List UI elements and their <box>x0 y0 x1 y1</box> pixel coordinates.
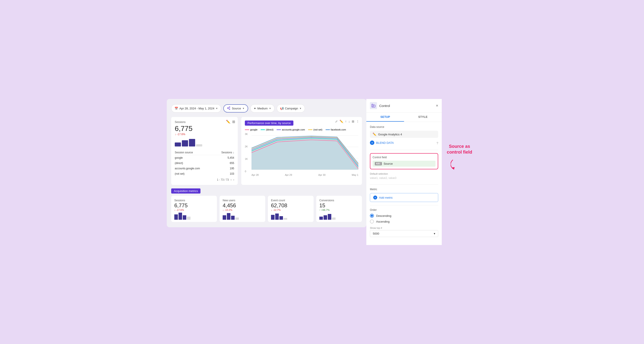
legend-label-notset: (not set) <box>313 128 322 131</box>
source-cell: (not set) <box>175 171 214 176</box>
source-filter[interactable]: Source ▼ <box>223 104 248 113</box>
tab-setup[interactable]: SETUP <box>366 113 404 122</box>
svg-rect-14 <box>372 104 373 107</box>
panel-body: Data source ✏️ Google Analytics 4 + BLEN… <box>366 122 442 241</box>
data-source-name: Google Analytics 4 <box>378 133 402 136</box>
panel-icon <box>370 102 377 109</box>
annotation-block: Source ascontrol field <box>442 99 477 171</box>
acq-conversions-value: 15 <box>319 202 359 209</box>
blend-row[interactable]: + BLEND DATA <box>370 140 394 146</box>
table-row: google 5,454 <box>175 155 234 161</box>
medium-caret: ▼ <box>269 107 271 110</box>
perf-edit-icon[interactable]: ✏️ <box>340 120 343 123</box>
mini-bar-1 <box>175 143 181 146</box>
campaign-caret: ▼ <box>300 107 302 110</box>
svg-marker-16 <box>452 167 454 170</box>
medium-filter-label: Medium <box>258 107 268 110</box>
blend-label: BLEND DATA <box>376 141 394 145</box>
more-icon[interactable]: ⋮ <box>356 120 359 123</box>
value-cell: 655 <box>214 160 234 166</box>
close-icon[interactable]: × <box>436 103 438 108</box>
legend-label-google: google <box>250 128 258 131</box>
add-metric-plus-icon: + <box>373 196 377 200</box>
value-cell: 103 <box>214 171 234 176</box>
calendar-icon: 📅 <box>174 107 178 110</box>
annotation-arrow-svg <box>450 158 468 171</box>
default-selection-label: Default selection <box>370 172 438 175</box>
sort-asc-icon[interactable]: ↑ <box>345 120 346 123</box>
table-row: accounts.google.com 195 <box>175 166 234 171</box>
svg-marker-13 <box>252 136 358 170</box>
prev-arrow[interactable]: ‹ <box>231 178 232 181</box>
add-metric-button[interactable]: + Add metric <box>370 193 438 202</box>
data-source-section-label: Data source <box>370 125 438 129</box>
sort-desc-icon[interactable]: ↓ <box>348 120 350 123</box>
campaign-filter[interactable]: 📢 Campaign ▼ <box>277 104 305 113</box>
divider-3 <box>370 205 438 205</box>
date-filter[interactable]: 📅 Apr 28, 2024 - May 1, 2024 ▼ <box>171 104 221 113</box>
sessions-mini-bars <box>175 139 234 146</box>
panel-title: Control <box>379 104 390 108</box>
source-cell: google <box>175 155 214 161</box>
metric-section: Metric + Add metric <box>370 188 438 202</box>
caret-icon: ▼ <box>216 107 218 110</box>
acq-conversions-label: Conversions <box>319 199 359 202</box>
acq-sessions-bars <box>174 213 214 220</box>
acq-title: Acquisition metrics <box>171 188 200 194</box>
dashboard: 📅 Apr 28, 2024 - May 1, 2024 ▼ Source ▼ … <box>167 99 366 227</box>
acq-card-events: Event count 62,708 ↓ -12.7% <box>268 196 314 222</box>
radio-descending[interactable]: Descending <box>370 214 438 218</box>
control-field-value: ABC Source <box>372 161 436 167</box>
blend-plus-icon: + <box>370 141 374 145</box>
sessions-value: 6,775 <box>175 125 234 133</box>
grid-icon[interactable]: ⊞ <box>232 120 235 124</box>
control-field-label: Control field <box>372 156 436 159</box>
radio-descending-inner <box>371 215 373 217</box>
edit-icon[interactable]: ✏️ <box>226 120 230 124</box>
legend-dot-notset <box>308 129 312 130</box>
source-caret: ▼ <box>242 107 244 110</box>
table-row: (not set) 103 <box>175 171 234 176</box>
next-arrow[interactable]: › <box>233 178 234 181</box>
expand-icon[interactable]: ⤢ <box>335 120 338 123</box>
date-filter-label: Apr 28, 2024 - May 1, 2024 <box>180 107 214 110</box>
default-selection-input[interactable]: value1, value2, value3 <box>370 176 438 181</box>
acq-sessions-label: Sessions <box>174 199 214 202</box>
medium-filter[interactable]: ✦ Medium ▼ <box>250 104 274 113</box>
acq-users-label: New users <box>223 199 262 202</box>
source-cell: accounts.google.com <box>175 166 214 171</box>
legend-label-facebook: facebook.com <box>331 128 346 131</box>
acq-events-label: Event count <box>271 199 310 202</box>
campaign-icon: 📢 <box>280 107 284 110</box>
legend-accounts: accounts.google.com <box>276 128 305 131</box>
session-table: Session source Sessions ↓ google 5,454 (… <box>175 150 234 176</box>
order-section: Order Descending Ascending <box>370 208 438 223</box>
mini-bar-2 <box>182 140 188 146</box>
acq-events-change: ↓ -12.7% <box>271 209 310 211</box>
perf-card-actions: ⤢ ✏️ ↑ ↓ ⊞ ⋮ <box>335 120 359 123</box>
perf-card: ⤢ ✏️ ↑ ↓ ⊞ ⋮ Performance over time, by s… <box>241 117 362 185</box>
sessions-change: ↓ -17.6% <box>175 133 234 136</box>
acq-conversions-bars <box>319 213 359 220</box>
legend-dot-accounts <box>276 129 281 130</box>
panel-tabs: SETUP STYLE <box>366 113 442 122</box>
radio-descending-outer <box>370 214 374 218</box>
col-sessions: Sessions ↓ <box>214 150 234 155</box>
data-source-row: ✏️ Google Analytics 4 <box>370 131 438 138</box>
save-icon[interactable]: ⊞ <box>352 120 354 123</box>
divider-2 <box>370 184 438 185</box>
acq-users-change: ↓ -13.2% <box>223 209 262 211</box>
acq-events-value: 62,708 <box>271 202 310 209</box>
legend-label-accounts: accounts.google.com <box>282 128 305 131</box>
radio-ascending[interactable]: Ascending <box>370 219 438 223</box>
table-row: (direct) 655 <box>175 160 234 166</box>
table-footer: 1 - 73 / 73 ‹ › <box>175 178 234 181</box>
acq-users-bars <box>223 213 262 220</box>
legend-notset: (not set) <box>308 128 322 131</box>
panel-header-left: Control <box>370 102 390 109</box>
campaign-filter-label: Campaign <box>285 107 298 110</box>
svg-rect-15 <box>373 105 375 107</box>
show-top-select[interactable]: 5000 ▾ <box>370 230 438 237</box>
tab-style[interactable]: STYLE <box>404 113 442 122</box>
help-icon[interactable]: ? <box>436 141 438 145</box>
